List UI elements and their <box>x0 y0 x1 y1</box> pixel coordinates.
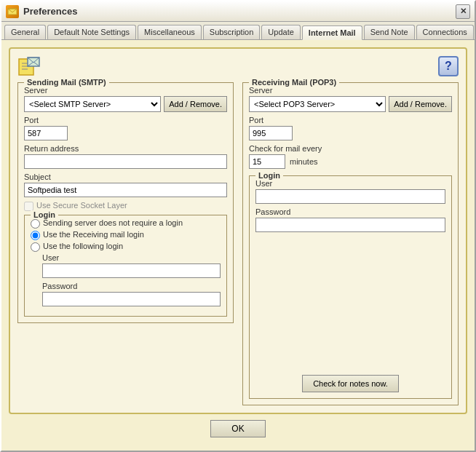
smtp-password-label: Password <box>42 282 221 290</box>
return-address-label: Return address <box>24 144 227 153</box>
login-group-label: Login <box>31 210 58 219</box>
check-mail-interval-input[interactable] <box>249 154 285 169</box>
tab-miscellaneous[interactable]: Miscellaneous <box>138 25 202 39</box>
tab-general[interactable]: General <box>4 25 46 39</box>
smtp-user-label: User <box>42 253 221 262</box>
title-bar: Preferences ✕ <box>1 1 475 22</box>
ssl-label: Use Secure Socket Layer <box>36 201 127 210</box>
content-area: ? Sending Mail (SMTP) Server <Select SMT… <box>1 40 475 451</box>
pop3-password-input[interactable] <box>255 218 445 232</box>
mail-note-icons <box>17 56 41 76</box>
tab-subscription[interactable]: Subscription <box>203 25 261 39</box>
minutes-label: minutes <box>290 157 318 166</box>
tab-update[interactable]: Update <box>261 25 300 39</box>
sending-mail-group: Sending Mail (SMTP) Server <Select SMTP … <box>17 82 234 323</box>
smtp-add-remove-button[interactable]: Add / Remove. <box>164 96 227 112</box>
pop3-user-label: User <box>255 179 445 188</box>
app-icon <box>6 5 19 18</box>
login-group: Login Sending server does not require a … <box>24 215 227 317</box>
two-column-layout: Sending Mail (SMTP) Server <Select SMTP … <box>17 82 459 405</box>
smtp-server-select[interactable]: <Select SMTP Server> <box>24 96 161 112</box>
smtp-server-group: Server <Select SMTP Server> Add / Remove… <box>24 86 227 112</box>
tab-internet-mail[interactable]: Internet Mail <box>302 25 362 40</box>
pop3-server-row: <Select POP3 Server> Add / Remove. <box>249 96 452 112</box>
smtp-server-row: <Select SMTP Server> Add / Remove. <box>24 96 227 112</box>
smtp-password-group: Password <box>42 282 221 306</box>
smtp-password-input[interactable] <box>42 292 221 306</box>
radio1-row: Sending server does not require a login <box>31 218 221 229</box>
return-address-input[interactable] <box>24 154 227 169</box>
pop3-server-label: Server <box>249 86 452 95</box>
sending-mail-label: Sending Mail (SMTP) <box>24 78 109 87</box>
bottom-bar: OK <box>9 414 467 443</box>
radio-no-login[interactable] <box>31 219 40 229</box>
pop3-port-group: Port <box>249 116 452 140</box>
panel-top-icons: ? <box>17 56 459 76</box>
tab-default-note-settings[interactable]: Default Note Settings <box>47 25 136 39</box>
pop3-port-input[interactable] <box>249 126 293 140</box>
title-bar-left: Preferences <box>6 5 77 18</box>
pop3-login-group-label: Login <box>255 171 283 180</box>
ssl-checkbox-row: Use Secure Socket Layer <box>24 201 227 211</box>
check-mail-group: Check for mail every minutes <box>249 144 452 169</box>
smtp-port-label: Port <box>24 116 227 124</box>
receiving-mail-label: Receiving Mail (POP3) <box>249 78 339 87</box>
pop3-server-select[interactable]: <Select POP3 Server> <box>249 96 386 112</box>
smtp-server-label: Server <box>24 86 227 95</box>
tab-send-note[interactable]: Send Note <box>364 25 415 39</box>
radio3-row: Use the following login <box>31 242 221 252</box>
subject-group: Subject <box>24 173 227 197</box>
pop3-user-group: User <box>255 179 445 204</box>
tab-connections[interactable]: Connections <box>416 25 474 39</box>
pop3-server-group: Server <Select POP3 Server> Add / Remove… <box>249 86 452 112</box>
subject-input[interactable] <box>24 183 227 197</box>
smtp-user-group: User <box>42 253 221 278</box>
pop3-password-group: Password <box>255 207 445 232</box>
pop3-login-group: Login User Password Check for notes now. <box>249 175 452 399</box>
following-login-fields: User Password <box>31 253 221 306</box>
radio1-label: Sending server does not require a login <box>43 218 183 227</box>
check-notes-button[interactable]: Check for notes now. <box>302 375 399 392</box>
preferences-window: Preferences ✕ General Default Note Setti… <box>0 0 476 452</box>
pop3-port-label: Port <box>249 116 452 124</box>
smtp-port-group: Port <box>24 116 227 140</box>
check-mail-label: Check for mail every <box>249 144 452 153</box>
check-notes-container: Check for notes now. <box>255 359 445 392</box>
radio-receiving-login[interactable] <box>31 231 40 240</box>
radio2-label: Use the Receiving mail login <box>43 230 144 239</box>
tab-bar: General Default Note Settings Miscellane… <box>1 22 475 40</box>
radio2-row: Use the Receiving mail login <box>31 230 221 240</box>
pop3-add-remove-button[interactable]: Add / Remove. <box>389 96 452 112</box>
minutes-row: minutes <box>249 154 452 169</box>
help-button[interactable]: ? <box>438 56 459 76</box>
ok-button[interactable]: OK <box>210 420 265 437</box>
receiving-mail-group: Receiving Mail (POP3) Server <Select POP… <box>242 82 459 405</box>
left-column: Sending Mail (SMTP) Server <Select SMTP … <box>17 82 234 405</box>
radio-following-login[interactable] <box>31 242 40 252</box>
pop3-user-input[interactable] <box>255 189 445 204</box>
pop3-password-label: Password <box>255 207 445 216</box>
radio3-label: Use the following login <box>43 242 123 250</box>
close-button[interactable]: ✕ <box>456 4 470 19</box>
right-column: Receiving Mail (POP3) Server <Select POP… <box>242 82 459 405</box>
main-panel: ? Sending Mail (SMTP) Server <Select SMT… <box>9 47 467 414</box>
window-title: Preferences <box>23 6 77 17</box>
ssl-checkbox[interactable] <box>24 202 33 211</box>
subject-label: Subject <box>24 173 227 181</box>
smtp-user-input[interactable] <box>42 263 221 278</box>
return-address-group: Return address <box>24 144 227 169</box>
smtp-port-input[interactable] <box>24 126 68 140</box>
